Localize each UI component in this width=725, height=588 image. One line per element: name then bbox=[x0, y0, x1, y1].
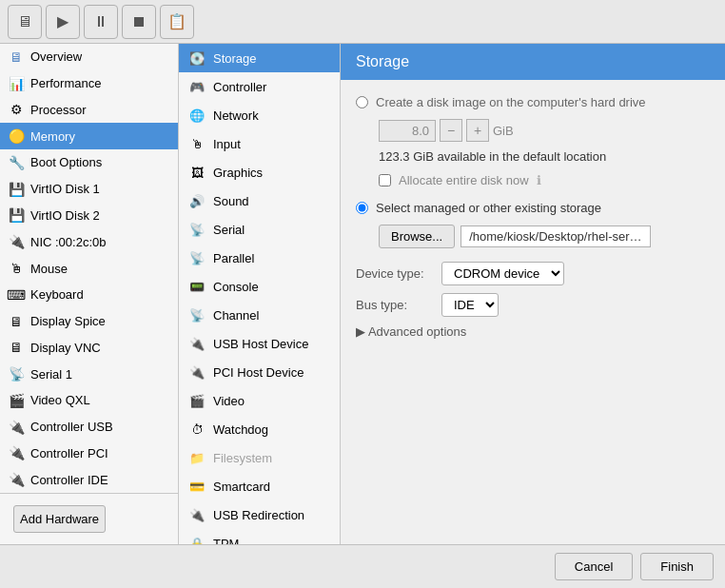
sidebar-item-label: Mouse bbox=[30, 262, 68, 276]
menu-item-label: Sound bbox=[213, 194, 249, 208]
sidebar-item-serial-1[interactable]: 📡 Serial 1 bbox=[0, 361, 178, 387]
browse-button[interactable]: Browse... bbox=[379, 225, 455, 248]
select-storage-label[interactable]: Select managed or other existing storage bbox=[376, 201, 601, 215]
sidebar-item-keyboard[interactable]: ⌨ Keyboard bbox=[0, 282, 178, 308]
bus-type-row: Bus type: IDE bbox=[356, 293, 710, 317]
sidebar-item-label: Overview bbox=[30, 49, 82, 64]
serial-icon: 📡 bbox=[8, 365, 25, 382]
select-storage-radio[interactable] bbox=[356, 202, 368, 214]
menu-item-console[interactable]: 📟 Console bbox=[179, 272, 340, 301]
sidebar-item-label: VirtIO Disk 1 bbox=[30, 182, 100, 196]
menu-item-usb-host-device[interactable]: 🔌 USB Host Device bbox=[179, 329, 340, 358]
advanced-options-label: ▶ Advanced options bbox=[356, 324, 466, 339]
toolbar-btn-migrate[interactable]: 📋 bbox=[160, 5, 194, 39]
smartcard-icon: 💳 bbox=[188, 478, 206, 495]
toolbar-btn-stop[interactable]: ⏹ bbox=[122, 5, 156, 39]
usb-redir-icon: 🔌 bbox=[188, 506, 206, 523]
toolbar-btn-pause[interactable]: ⏸ bbox=[84, 5, 118, 39]
bottom-bar: Cancel Finish bbox=[0, 544, 725, 588]
sidebar-item-video-qxl[interactable]: 🎬 Video QXL bbox=[0, 387, 178, 414]
menu-item-label: Serial bbox=[213, 223, 245, 237]
content-title: Storage bbox=[356, 53, 409, 69]
allocate-row: Allocate entire disk now ℹ bbox=[379, 173, 710, 187]
content-panel: Storage Create a disk image on the compu… bbox=[341, 44, 725, 544]
create-disk-row: Create a disk image on the computer's ha… bbox=[356, 95, 710, 109]
sidebar-item-overview[interactable]: 🖥 Overview bbox=[0, 44, 178, 70]
size-decrement-button[interactable]: − bbox=[440, 119, 462, 142]
sidebar-item-controller-ide[interactable]: 🔌 Controller IDE bbox=[0, 466, 178, 493]
sidebar-item-display-spice[interactable]: 🖥 Display Spice bbox=[0, 308, 178, 335]
ctrl-pci-icon: 🔌 bbox=[8, 444, 25, 461]
add-hardware-button[interactable]: Add Hardware bbox=[13, 505, 106, 533]
usb-host-icon: 🔌 bbox=[188, 335, 206, 352]
sidebar-item-nic[interactable]: 🔌 NIC :00:2c:0b bbox=[0, 228, 178, 255]
sidebar-item-display-vnc[interactable]: 🖥 Display VNC bbox=[0, 334, 178, 361]
sidebar-item-performance[interactable]: 📊 Performance bbox=[0, 70, 178, 97]
sidebar-item-label: Processor bbox=[30, 103, 87, 117]
disk-icon: 💾 bbox=[8, 181, 25, 198]
performance-icon: 📊 bbox=[8, 75, 25, 92]
menu-item-label: Filesystem bbox=[213, 451, 272, 465]
sidebar-item-label: Controller PCI bbox=[30, 446, 108, 461]
menu-item-label: USB Redirection bbox=[213, 508, 304, 522]
menu-item-network[interactable]: 🌐 Network bbox=[179, 101, 340, 129]
menu-item-label: Console bbox=[213, 280, 259, 294]
storage-path-field[interactable] bbox=[460, 225, 651, 247]
sidebar-item-mouse[interactable]: 🖱 Mouse bbox=[0, 255, 178, 282]
device-type-select[interactable]: CDROM device bbox=[441, 262, 564, 285]
create-disk-radio[interactable] bbox=[356, 96, 368, 108]
create-disk-label[interactable]: Create a disk image on the computer's ha… bbox=[376, 95, 646, 109]
content-header: Storage bbox=[341, 44, 725, 80]
bus-type-select[interactable]: IDE bbox=[441, 293, 499, 317]
disk-size-input[interactable] bbox=[379, 120, 436, 142]
menu-item-video[interactable]: 🎬 Video bbox=[179, 386, 340, 415]
sidebar-item-virtio-disk-1[interactable]: 💾 VirtIO Disk 1 bbox=[0, 176, 178, 203]
sidebar-item-controller-usb[interactable]: 🔌 Controller USB bbox=[0, 414, 178, 441]
disk-icon: 💾 bbox=[8, 206, 25, 224]
sidebar-item-virtio-disk-2[interactable]: 💾 VirtIO Disk 2 bbox=[0, 203, 178, 229]
size-increment-button[interactable]: + bbox=[466, 119, 489, 142]
storage-icon: 💽 bbox=[188, 49, 206, 67]
toolbar-btn-display[interactable]: 🖥 bbox=[8, 5, 42, 39]
watchdog-icon: ⏱ bbox=[188, 421, 206, 438]
video-icon: 🎬 bbox=[8, 392, 25, 409]
allocate-label[interactable]: Allocate entire disk now bbox=[399, 173, 529, 187]
menu-item-tpm[interactable]: 🔒 TPM bbox=[179, 529, 340, 544]
menu-item-input[interactable]: 🖱 Input bbox=[179, 129, 340, 158]
menu-item-smartcard[interactable]: 💳 Smartcard bbox=[179, 472, 340, 500]
menu-panel: 💽 Storage 🎮 Controller 🌐 Network 🖱 Input… bbox=[179, 44, 341, 544]
display-vnc-icon: 🖥 bbox=[8, 339, 25, 356]
sidebar-item-boot-options[interactable]: 🔧 Boot Options bbox=[0, 149, 178, 176]
sidebar-item-label: Performance bbox=[30, 76, 101, 90]
console-icon: 📟 bbox=[188, 278, 206, 295]
finish-button[interactable]: Finish bbox=[640, 553, 714, 580]
content-body: Create a disk image on the computer's ha… bbox=[341, 80, 725, 544]
toolbar-btn-play[interactable]: ▶ bbox=[46, 5, 80, 39]
advanced-options-row[interactable]: ▶ Advanced options bbox=[356, 324, 710, 339]
tpm-icon: 🔒 bbox=[188, 535, 206, 544]
menu-item-controller[interactable]: 🎮 Controller bbox=[179, 72, 340, 101]
menu-item-storage[interactable]: 💽 Storage bbox=[179, 44, 340, 72]
menu-item-usb-redirection[interactable]: 🔌 USB Redirection bbox=[179, 500, 340, 529]
display-spice-icon: 🖥 bbox=[8, 313, 25, 330]
menu-item-label: Network bbox=[213, 108, 259, 123]
monitor-icon: 🖥 bbox=[8, 49, 25, 66]
serial-menu-icon: 📡 bbox=[188, 221, 206, 238]
device-type-label: Device type: bbox=[356, 266, 432, 281]
menu-item-filesystem[interactable]: 📁 Filesystem bbox=[179, 443, 340, 472]
menu-item-sound[interactable]: 🔊 Sound bbox=[179, 186, 340, 215]
allocate-checkbox[interactable] bbox=[379, 174, 391, 186]
nic-icon: 🔌 bbox=[8, 233, 25, 250]
input-icon: 🖱 bbox=[188, 135, 206, 152]
menu-item-serial[interactable]: 📡 Serial bbox=[179, 215, 340, 244]
menu-item-graphics[interactable]: 🖼 Graphics bbox=[179, 158, 340, 186]
menu-item-parallel[interactable]: 📡 Parallel bbox=[179, 244, 340, 272]
menu-item-channel[interactable]: 📡 Channel bbox=[179, 301, 340, 329]
menu-item-watchdog[interactable]: ⏱ Watchdog bbox=[179, 415, 340, 443]
sidebar-item-memory[interactable]: 🟡 Memory bbox=[0, 123, 178, 149]
sidebar-item-processor[interactable]: ⚙ Processor bbox=[0, 97, 178, 124]
cancel-button[interactable]: Cancel bbox=[555, 553, 633, 580]
mouse-icon: 🖱 bbox=[8, 260, 25, 277]
sidebar-item-controller-pci[interactable]: 🔌 Controller PCI bbox=[0, 440, 178, 466]
menu-item-pci-host-device[interactable]: 🔌 PCI Host Device bbox=[179, 358, 340, 386]
